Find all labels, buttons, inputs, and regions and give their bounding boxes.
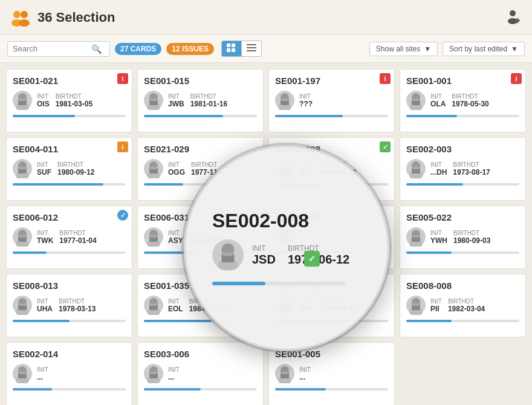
card-item[interactable]: SE003-003 INIT ... — [268, 206, 395, 269]
avatar — [13, 364, 32, 383]
progress-fill — [275, 183, 320, 186]
card-item[interactable]: SE002-003 INIT ...DH BIRTHDT 1973-08-17 — [400, 137, 526, 201]
card-item[interactable]: SE021-029 INIT OGG BIRTHDT 1977-11-.. — [137, 137, 264, 201]
progress-fill — [13, 388, 52, 390]
card-id: SE002-003 — [406, 144, 519, 154]
card-fields: INIT ??? — [299, 93, 313, 108]
card-item[interactable]: i SE004-011 INIT SUF BIRTHDT 1980-09-12 — [6, 137, 132, 201]
toolbar: 🔍 27 CARDS 12 ISSUES Show all sites ▼ So… — [0, 35, 532, 63]
progress-fill — [13, 183, 103, 186]
svg-rect-10 — [227, 48, 230, 52]
card-item[interactable]: ✓ SE006-012 INIT TWK BIRTHDT 1977-01-04 — [6, 206, 132, 269]
svg-rect-90 — [281, 372, 288, 374]
avatar — [13, 159, 32, 178]
svg-rect-54 — [150, 235, 157, 238]
card-item[interactable]: SE008-008 INIT PII BIRTHDT 1982-03-04 — [400, 274, 526, 337]
progress-fill — [13, 320, 70, 322]
card-init: INIT EOL — [168, 298, 183, 313]
progress-bar — [144, 320, 257, 322]
progress-fill — [275, 115, 343, 117]
issues-badge[interactable]: 12 ISSUES — [166, 43, 214, 55]
card-birthdt: BIRTHDT 1982-03-30 — [189, 230, 226, 245]
progress-fill — [13, 115, 75, 117]
card-id: SE008-013 — [13, 280, 126, 291]
card-birthdt: BIRTHDT 1977-01-04 — [59, 230, 96, 245]
card-birthdt: BIRTHDT 1978-06-12 — [319, 161, 356, 177]
svg-point-3 — [19, 19, 30, 27]
card-init: INIT ... — [168, 366, 180, 381]
users-icon — [10, 8, 31, 27]
card-info: INIT ... — [144, 364, 257, 383]
card-fields: INIT OGG BIRTHDT 1977-11-.. — [168, 161, 224, 177]
progress-bar — [144, 251, 257, 254]
progress-bar — [144, 388, 257, 390]
card-info: INIT JWB BIRTHDT 1981-01-16 — [144, 91, 257, 110]
card-fields: INIT EOL BIRTHDT 1984-07-21 — [168, 298, 226, 313]
svg-rect-86 — [150, 372, 157, 374]
card-info: INIT SUF BIRTHDT 1980-09-12 — [13, 159, 126, 178]
card-item[interactable]: SE005-022 INIT YWH BIRTHDT 1980-09-03 — [400, 206, 526, 269]
list-view-button[interactable] — [242, 41, 261, 56]
card-id: SE004-011 — [13, 144, 126, 154]
card-init: INIT YWH — [430, 230, 447, 245]
avatar — [144, 296, 163, 315]
progress-bar — [13, 388, 126, 390]
grid-icon — [227, 44, 236, 52]
card-item[interactable]: SE008-013 INIT UHA BIRTHDT 1978-03-13 — [6, 274, 132, 337]
sort-dropdown[interactable]: Sort by last edited ▼ — [443, 42, 525, 56]
card-info: INIT ASY BIRTHDT 1982-03-30 — [144, 227, 257, 247]
card-item[interactable]: SE002-016 INIT PAE BIRTHDT 1976-09-01 — [268, 274, 395, 337]
search-box: 🔍 — [7, 41, 110, 57]
card-badge: i — [511, 73, 522, 84]
card-fields: INIT JSD BIRTHDT 1978-06-12 — [299, 161, 357, 177]
card-item[interactable]: SE002-014 INIT ... — [6, 342, 132, 405]
search-input[interactable] — [13, 44, 91, 53]
card-item[interactable]: SE006-031 INIT ASY BIRTHDT 1982-03-30 — [137, 206, 264, 269]
sites-dropdown[interactable]: Show all sites ▼ — [369, 42, 438, 56]
progress-bar — [144, 183, 257, 186]
card-item[interactable]: i SE001-021 INIT OIS BIRTHDT 1981-03-05 — [6, 69, 132, 132]
card-init: INIT JWB — [168, 93, 184, 108]
progress-fill — [406, 251, 452, 254]
svg-rect-30 — [412, 99, 420, 101]
page-title: 36 Selection — [37, 10, 115, 25]
svg-rect-58 — [281, 235, 288, 238]
card-birthdt: BIRTHDT 1980-09-03 — [453, 230, 490, 245]
progress-bar — [13, 320, 126, 322]
card-info: INIT ??? — [275, 91, 388, 110]
card-info: INIT ...DH BIRTHDT 1973-08-17 — [406, 159, 519, 178]
card-item[interactable]: SE001-005 INIT ... — [268, 342, 395, 405]
svg-rect-12 — [247, 44, 256, 45]
card-id: SE003-003 — [275, 212, 388, 222]
card-birthdt: BIRTHDT 1978-03-13 — [59, 298, 96, 313]
progress-bar — [13, 115, 126, 117]
card-item[interactable]: SE001-015 INIT JWB BIRTHDT 1981-01-16 — [137, 69, 264, 132]
card-item[interactable]: ✓ SE002-008 INIT JSD BIRTHDT 1978-06-12 — [268, 137, 395, 201]
card-birthdt: BIRTHDT 1978-05-30 — [452, 93, 488, 108]
card-fields: INIT ... — [299, 230, 311, 245]
card-item[interactable]: i SE001-001 INIT OLA BIRTHDT 1978-05-30 — [400, 69, 526, 132]
svg-rect-11 — [232, 48, 235, 52]
svg-rect-50 — [19, 235, 26, 238]
grid-view-button[interactable] — [222, 41, 242, 56]
avatar — [144, 91, 163, 110]
card-info: INIT ... — [275, 227, 388, 247]
card-birthdt: BIRTHDT 1982-03-04 — [448, 298, 485, 313]
avatar — [13, 296, 32, 315]
card-item[interactable]: SE003-006 INIT ... — [137, 342, 264, 405]
card-item[interactable]: i SE001-197 INIT ??? — [268, 69, 395, 132]
card-init: INIT ??? — [299, 93, 313, 108]
card-fields: INIT ...DH BIRTHDT 1973-08-17 — [430, 161, 490, 177]
card-init: INIT OIS — [37, 93, 50, 108]
card-item[interactable]: SE001-035 INIT EOL BIRTHDT 1984-07-21 — [137, 274, 264, 337]
card-fields: INIT ... — [299, 366, 311, 381]
card-id: SE006-012 — [13, 212, 126, 222]
cards-badge[interactable]: 27 CARDS — [115, 43, 161, 55]
card-birthdt: BIRTHDT 1981-03-05 — [56, 93, 92, 108]
card-info: INIT TWK BIRTHDT 1977-01-04 — [13, 227, 126, 247]
add-user-button[interactable] — [505, 7, 522, 28]
card-id: SE006-031 — [144, 212, 257, 222]
card-info: INIT JSD BIRTHDT 1978-06-12 — [275, 159, 388, 178]
progress-bar — [275, 320, 388, 322]
avatar — [13, 227, 32, 247]
